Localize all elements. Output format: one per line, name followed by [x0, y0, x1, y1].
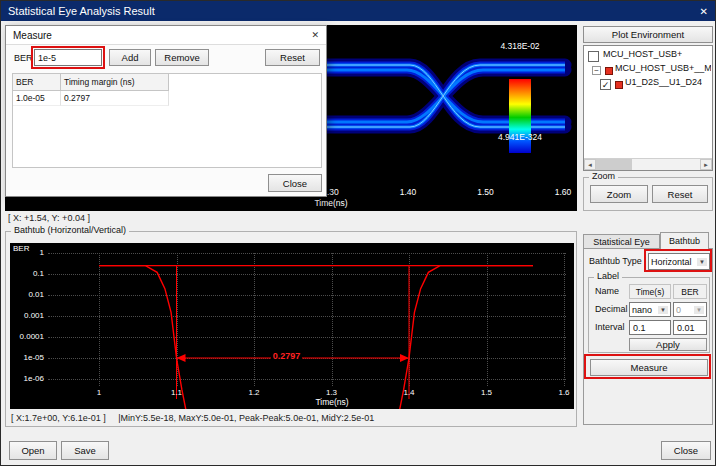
window-close-icon[interactable]: ✕ [700, 6, 708, 17]
bathtub-x-tick: 1.1 [162, 388, 192, 397]
bathtub-y-tick: 1 [10, 248, 44, 257]
zoom-group: Zoom Zoom Reset [583, 177, 713, 211]
tree-item-3[interactable]: U1_D2S__U1_D24 [625, 77, 702, 87]
bathtub-tab-page: Bathtub Type Horizontal ▼ Label Name Tim… [583, 248, 713, 425]
bathtub-curves [10, 243, 574, 409]
bathtub-y-tick: 0.1 [10, 269, 44, 278]
name-label: Name [595, 286, 619, 296]
label-group-title: Label [594, 271, 622, 281]
interval-ber-input[interactable] [673, 320, 707, 335]
reset-zoom-button[interactable]: Reset [652, 185, 708, 203]
zoom-button[interactable]: Zoom [590, 185, 648, 203]
open-button[interactable]: Open [9, 441, 57, 460]
scroll-right-icon[interactable]: ► [700, 159, 712, 170]
scroll-thumb[interactable] [596, 159, 632, 170]
tree-item-2[interactable]: MCU_HOST_USB+__MCU_HO [615, 63, 711, 73]
bathtub-y-tick: 0.0001 [10, 332, 44, 341]
ber-label: BER [14, 53, 33, 63]
bathtub-y-tick: 1e-06 [10, 374, 44, 383]
dialog-close-button[interactable]: Close [268, 174, 322, 192]
bathtub-stats: |MinY:5.5e-18, MaxY:5.0e-01, Peak-Peak:5… [118, 413, 374, 423]
bathtub-plot[interactable]: BER 0.2797 Time(ns) 10.10.010.0010.00011… [10, 243, 574, 409]
bathtub-x-tick: 1.2 [239, 388, 269, 397]
net-tree[interactable]: MCU_HOST_USB+ − MCU_HOST_USB+__MCU_HO ✓ … [583, 45, 713, 171]
remove-button[interactable]: Remove [155, 49, 209, 66]
window-titlebar: Statistical Eye Analysis Result ✕ [1, 1, 715, 21]
scroll-left-icon[interactable]: ◄ [584, 159, 596, 170]
ber-column-header: BER [673, 284, 707, 299]
bathtub-y-tick: 1e-05 [10, 353, 44, 362]
bathtub-status-bar: [ X:1.7e+00, Y:6.1e-01 ] |MinY:5.5e-18, … [11, 413, 384, 423]
check-icon: ✓ [602, 80, 610, 90]
bathtub-x-axis-label: Time(ns) [302, 397, 362, 407]
apply-button[interactable]: Apply [629, 338, 707, 351]
tree-horizontal-scrollbar[interactable]: ◄ ► [584, 158, 712, 170]
measure-dialog: Measure ✕ BER Add Remove Reset BER Timin… [5, 25, 327, 197]
timing-margin-column-header[interactable]: Timing margin (ns) [61, 74, 169, 91]
measure-table: BER Timing margin (ns) 1.0e-05 0.2797 [12, 73, 322, 168]
interval-time-input[interactable] [629, 320, 671, 335]
ber-column-header[interactable]: BER [13, 74, 61, 91]
bathtub-type-select[interactable]: Horizontal ▼ [648, 253, 710, 270]
bathtub-type-value: Horizontal [651, 257, 692, 267]
colorbar-max-label: 4.318E-02 [468, 41, 572, 51]
bathtub-x-tick: 1 [84, 388, 114, 397]
bathtub-y-tick: 0.01 [10, 290, 44, 299]
tree-checkbox-1[interactable] [588, 51, 599, 62]
bathtub-x-tick: 1.5 [472, 388, 502, 397]
measure-dialog-title: Measure [13, 30, 52, 41]
tree-checkbox-3[interactable]: ✓ [600, 79, 611, 90]
dropdown-icon: ▼ [658, 306, 668, 314]
reset-button[interactable]: Reset [265, 49, 320, 66]
timing-margin-annotation: 0.2797 [271, 351, 303, 361]
tab-bathtub[interactable]: Bathtub [660, 232, 709, 249]
dropdown-icon: ▼ [694, 306, 704, 314]
net-color-icon-1 [605, 67, 613, 75]
save-button[interactable]: Save [61, 441, 109, 460]
measure-dialog-close-icon[interactable]: ✕ [311, 30, 319, 40]
bathtub-cursor-status: [ X:1.7e+00, Y:6.1e-01 ] [11, 413, 106, 423]
decimal-ber-select[interactable]: 0 ▼ [673, 302, 707, 317]
measure-dialog-titlebar: Measure ✕ [6, 26, 326, 45]
decimal-label: Decimal [595, 304, 628, 314]
bathtub-x-tick: 1.3 [317, 388, 347, 397]
bathtub-x-tick: 1.4 [394, 388, 424, 397]
eye-x-tick: 1.40 [391, 187, 425, 197]
tree-item-1[interactable]: MCU_HOST_USB+ [603, 49, 682, 59]
colorbar-min-label: 4.941E-324 [468, 132, 572, 142]
decimal-time-select[interactable]: nano ▼ [629, 302, 671, 317]
eye-cursor-status: [ X: +1.54, Y: +0.04 ] [8, 213, 90, 223]
measure-button[interactable]: Measure [590, 359, 708, 376]
interval-label: Interval [595, 322, 625, 332]
tree-collapse-icon[interactable]: − [592, 66, 601, 75]
plot-environment-button[interactable]: Plot Environment [583, 26, 713, 43]
bathtub-type-label: Bathtub Type [589, 256, 642, 266]
zoom-group-title: Zoom [589, 171, 618, 181]
bathtub-y-tick: 0.001 [10, 311, 44, 320]
bathtub-x-tick: 1.6 [549, 388, 574, 397]
eye-x-tick: 1.50 [469, 187, 503, 197]
ber-input[interactable] [34, 49, 102, 66]
add-button[interactable]: Add [109, 49, 151, 66]
eye-x-tick: 1.60 [546, 187, 577, 197]
ber-cell[interactable]: 1.0e-05 [13, 91, 61, 106]
eye-x-axis-label: Time(ns) [301, 198, 361, 208]
window-title: Statistical Eye Analysis Result [8, 5, 155, 17]
timing-margin-cell[interactable]: 0.2797 [61, 91, 169, 106]
decimal-time-value: nano [632, 305, 652, 315]
statistical-eye-analysis-window: Statistical Eye Analysis Result ✕ [0, 0, 716, 466]
decimal-ber-value: 0 [676, 305, 681, 315]
close-button[interactable]: Close [661, 441, 711, 460]
bathtub-group: Bathtub (Horizontal/Vertical) BER 0.2797… [5, 231, 577, 427]
net-color-icon-2 [615, 81, 623, 89]
bathtub-group-title: Bathtub (Horizontal/Vertical) [11, 225, 129, 235]
tab-statistical-eye[interactable]: Statistical Eye [583, 234, 660, 248]
label-group: Label Name Time(s) BER Decimal nano ▼ 0 … [588, 277, 710, 353]
dropdown-icon: ▼ [697, 258, 707, 266]
time-column-header: Time(s) [629, 284, 671, 299]
